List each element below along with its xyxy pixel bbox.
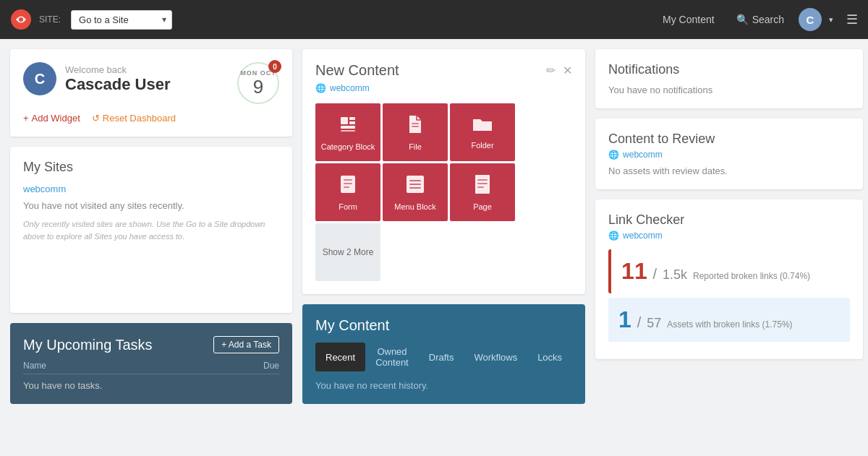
svg-rect-19 [477,183,488,184]
close-icon-button[interactable]: ✕ [563,64,572,77]
welcome-actions: + Add Widget ↺ Reset Dashboard [23,113,279,124]
content-review-message: No assets with review dates. [608,165,850,176]
tile-category-block-label: Category Block [321,142,375,151]
avatar-chevron-icon[interactable]: ▾ [829,15,833,25]
link-checker-card: Link Checker 🌐 webcomm 11 / 1.5k Reporte… [595,199,863,359]
notifications-message: You have no notifications [608,85,850,95]
add-widget-button[interactable]: + Add Widget [23,113,80,124]
my-sites-link[interactable]: webcomm [23,184,279,194]
link-stat-slash-2: / [637,314,642,330]
middle-column: New Content ✏ ✕ 🌐 webcomm [302,49,585,404]
svg-point-1 [19,17,23,22]
tasks-header: My Upcoming Tasks + Add a Task [23,336,279,353]
tile-folder[interactable]: Folder [450,103,515,161]
page-icon [475,174,490,199]
tab-recent[interactable]: Recent [315,343,365,371]
tile-menu-block-label: Menu Block [394,202,435,211]
search-icon: 🔍 [736,14,749,25]
calendar-notification-dot: 0 [268,60,281,73]
svg-rect-4 [349,121,355,124]
new-content-card: New Content ✏ ✕ 🌐 webcomm [302,49,585,294]
globe-icon: 🌐 [608,150,619,160]
link-stat-assets: 1 / 57 Assets with broken links (1.75%) [608,298,850,342]
my-content-card: My Content Recent Owned Content Drafts W… [302,304,585,404]
tile-file[interactable]: File [383,103,448,161]
svg-rect-18 [477,179,488,181]
welcome-username: Cascade User [65,75,171,94]
welcome-avatar: C [23,62,56,95]
show-more-button[interactable]: Show 2 More [315,223,380,281]
search-nav[interactable]: 🔍 Search [729,14,791,25]
tile-file-label: File [409,142,422,151]
link-stat-total-2: 57 [647,316,661,330]
site-select-wrap[interactable]: Go to a Site [71,10,172,30]
calendar-badge: MON OCT 9 0 [237,62,279,104]
upcoming-tasks-card: My Upcoming Tasks + Add a Task Name Due … [10,323,292,404]
tab-workflows[interactable]: Workflows [464,343,527,371]
my-content-title: My Content [315,317,572,334]
menu-block-icon [405,174,425,199]
svg-rect-7 [412,123,419,124]
svg-rect-20 [477,186,484,188]
svg-rect-8 [412,126,419,127]
link-stat-broken: 11 / 1.5k Reported broken links (0.74%) [608,249,850,293]
content-to-review-card: Content to Review 🌐 webcomm No assets wi… [595,119,863,189]
tile-page[interactable]: Page [450,163,515,221]
reset-dashboard-button[interactable]: ↺ Reset Dashboard [92,113,176,124]
new-content-header: New Content ✏ ✕ [315,62,572,79]
notifications-title: Notifications [608,62,850,77]
tab-drafts[interactable]: Drafts [419,343,464,371]
welcome-text: Welcome back Cascade User [65,64,171,94]
tile-folder-label: Folder [471,141,493,150]
my-sites-card: My Sites webcomm You have not visited an… [10,147,292,313]
user-avatar[interactable]: C [799,8,822,31]
my-content-nav[interactable]: My Content [655,14,722,25]
site-label: SITE: [39,14,61,25]
new-content-site: 🌐 webcomm [315,83,572,93]
svg-rect-3 [349,117,355,120]
welcome-greeting: Welcome back [65,64,171,75]
tasks-title: My Upcoming Tasks [23,337,153,353]
tasks-col-due: Due [263,361,279,371]
tile-page-label: Page [473,202,492,211]
svg-rect-10 [344,179,352,181]
tile-menu-block[interactable]: Menu Block [383,163,448,221]
my-sites-title: My Sites [23,160,279,175]
svg-rect-14 [409,180,421,181]
app-logo[interactable] [10,9,32,30]
link-checker-site: 🌐 webcomm [608,231,850,241]
svg-rect-6 [341,130,355,132]
reset-icon: ↺ [92,113,100,124]
plus-icon: + [23,113,29,124]
dashboard: C Welcome back Cascade User MON OCT 9 0 … [0,39,868,414]
site-dropdown[interactable]: Go to a Site [71,10,172,30]
my-sites-hint: Only recently visited sites are shown. U… [23,218,279,242]
link-stat-total-1: 1.5k [663,267,687,282]
tab-owned-content[interactable]: Owned Content [365,343,419,371]
edit-icon-button[interactable]: ✏ [546,64,556,77]
file-icon [407,114,424,139]
link-checker-title: Link Checker [608,212,850,228]
link-stat-slash-1: / [653,266,658,282]
new-content-action-buttons: ✏ ✕ [546,64,572,77]
tile-form[interactable]: Form [315,163,380,221]
hamburger-menu-icon[interactable]: ☰ [846,12,858,27]
content-tile-grid: Category Block File [315,103,572,221]
my-content-empty-message: You have no recent history. [315,380,572,391]
svg-rect-2 [341,117,348,124]
tab-locks[interactable]: Locks [527,343,572,371]
my-content-tabs: Recent Owned Content Drafts Workflows Lo… [315,343,572,371]
content-review-title: Content to Review [608,132,850,147]
calendar-day: 9 [253,77,263,98]
tasks-table-header: Name Due [23,361,279,374]
notifications-card: Notifications You have no notifications [595,49,863,108]
add-task-button[interactable]: + Add a Task [213,336,279,353]
tile-category-block[interactable]: Category Block [315,103,380,161]
folder-icon [472,116,493,138]
globe-icon: 🌐 [315,83,326,93]
svg-rect-11 [344,183,352,184]
globe-icon: 🌐 [608,231,619,241]
welcome-card: C Welcome back Cascade User MON OCT 9 0 … [10,49,292,137]
link-stat-num-assets: 1 [618,306,631,332]
category-block-icon [338,114,358,139]
